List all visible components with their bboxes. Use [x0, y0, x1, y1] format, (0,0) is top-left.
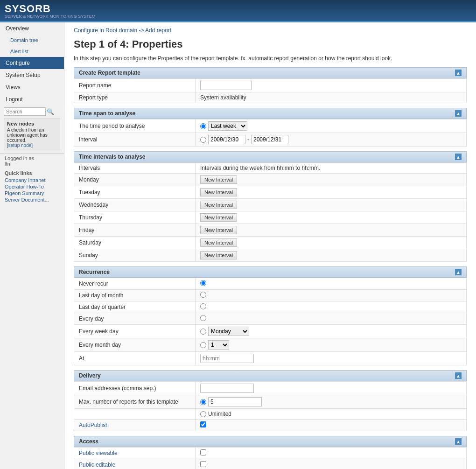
search-button[interactable]: 🔍 — [46, 108, 55, 115]
sidebar: Overview Domain tree Alert list Configur… — [0, 22, 64, 469]
thursday-cell: New Interval — [196, 211, 467, 224]
table-row: Max. number of reports for this template — [74, 395, 467, 409]
max-reports-cell — [196, 395, 467, 409]
every-week-day-radio[interactable] — [200, 329, 206, 335]
interval-cell: - — [196, 133, 467, 147]
date-range: - — [200, 135, 462, 144]
never-recur-radio[interactable] — [200, 280, 206, 286]
unlimited-radio[interactable] — [200, 411, 206, 417]
table-row: Report name — [74, 79, 467, 92]
wednesday-label: Wednesday — [74, 199, 196, 211]
friday-new-interval-button[interactable]: New Interval — [200, 226, 237, 234]
last-day-quarter-cell — [196, 301, 467, 313]
breadcrumb-add-report[interactable]: Add report — [145, 27, 171, 34]
interval-end-input[interactable] — [251, 135, 288, 144]
sunday-label: Sunday — [74, 249, 196, 262]
saturday-new-interval-button[interactable]: New Interval — [200, 238, 237, 247]
section-toggle-delivery[interactable] — [455, 372, 462, 379]
logo-sub: SERVER & NETWORK MONITORING SYSTEM — [5, 14, 95, 19]
public-viewable-link[interactable]: Public viewable — [79, 450, 118, 456]
quick-link-0[interactable]: Company Intranet — [5, 177, 59, 183]
page-title: Step 1 of 4: Properties — [74, 38, 467, 50]
last-day-quarter-label: Last day of quarter — [74, 301, 196, 313]
autopublish-link[interactable]: AutoPublish — [79, 422, 109, 428]
saturday-cell: New Interval — [196, 237, 467, 249]
public-viewable-checkbox[interactable] — [200, 449, 206, 455]
time-period-radio[interactable] — [200, 123, 206, 129]
table-row: At — [74, 352, 467, 365]
last-day-quarter-radio[interactable] — [200, 303, 206, 309]
sunday-new-interval-button[interactable]: New Interval — [200, 251, 237, 259]
intervals-label: Intervals — [74, 163, 196, 174]
table-row: Unlimited — [74, 409, 467, 420]
autopublish-checkbox[interactable] — [200, 421, 206, 427]
table-row: Public viewable — [74, 448, 467, 459]
section-toggle-recurrence[interactable] — [455, 269, 462, 275]
setup-node-link[interactable]: [setup node] — [7, 143, 33, 148]
table-row: Every month day 12345 678910 1112131415 … — [74, 338, 467, 352]
at-label: At — [74, 352, 196, 365]
quick-link-1[interactable]: Operator How-To — [5, 183, 59, 190]
logged-in-section: Logged in as lfn — [0, 153, 64, 168]
table-row: Sunday New Interval — [74, 249, 467, 262]
weekday-select[interactable]: Monday Tuesday Wednesday Thursday Friday… — [208, 327, 249, 336]
table-row: Saturday New Interval — [74, 237, 467, 249]
quick-links-section: Quick links Company Intranet Operator Ho… — [0, 168, 64, 205]
max-reports-input[interactable] — [208, 397, 262, 406]
time-period-select[interactable]: Last week Last month Last year Custom — [208, 121, 247, 131]
saturday-label: Saturday — [74, 237, 196, 249]
quick-link-3[interactable]: Server Document... — [5, 196, 59, 203]
section-title-access: Access — [79, 438, 98, 445]
unlimited-label: Unlimited — [208, 411, 231, 417]
section-toggle-create[interactable] — [455, 70, 462, 76]
at-time-input[interactable] — [200, 354, 254, 363]
sidebar-item-views[interactable]: Views — [0, 81, 64, 93]
wednesday-new-interval-button[interactable]: New Interval — [200, 201, 237, 209]
section-header-intervals: Time intervals to analyse — [74, 151, 467, 162]
month-day-select[interactable]: 12345 678910 1112131415 1617181920 21222… — [208, 340, 229, 350]
access-form-table: Public viewable Public editable — [74, 447, 467, 469]
thursday-new-interval-button[interactable]: New Interval — [200, 213, 237, 222]
table-row: Wednesday New Interval — [74, 199, 467, 211]
sidebar-item-configure[interactable]: Configure — [0, 57, 64, 69]
table-row: Friday New Interval — [74, 224, 467, 237]
section-toggle-access[interactable] — [455, 438, 462, 445]
public-viewable-label: Public viewable — [74, 448, 196, 459]
section-toggle-intervals[interactable] — [455, 154, 462, 160]
max-reports-radio[interactable] — [200, 399, 206, 405]
monday-new-interval-button[interactable]: New Interval — [200, 175, 237, 184]
sidebar-item-domain-tree[interactable]: Domain tree — [0, 35, 64, 46]
every-day-radio[interactable] — [200, 315, 206, 321]
never-recur-cell — [196, 278, 467, 290]
sidebar-item-system-setup[interactable]: System Setup — [0, 69, 64, 81]
table-row: Every week day Monday Tuesday Wednesday … — [74, 325, 467, 338]
search-box: 🔍 — [4, 107, 60, 116]
sidebar-item-overview[interactable]: Overview — [0, 22, 64, 35]
intervals-desc: Intervals during the week from hh:mm to … — [196, 163, 467, 174]
email-input[interactable] — [200, 384, 254, 393]
last-day-month-radio[interactable] — [200, 292, 206, 298]
every-month-day-radio[interactable] — [200, 342, 206, 348]
sidebar-item-logout[interactable]: Logout — [0, 93, 64, 105]
breadcrumb-configure[interactable]: Configure in Root domain — [74, 27, 137, 34]
report-name-label: Report name — [74, 79, 196, 92]
table-row: Monday New Interval — [74, 174, 467, 186]
public-editable-label: Public editable — [74, 459, 196, 469]
quick-link-2[interactable]: Pigeon Summary — [5, 190, 59, 196]
section-header-delivery: Delivery — [74, 370, 467, 381]
public-editable-checkbox[interactable] — [200, 461, 206, 467]
every-month-day-label: Every month day — [74, 338, 196, 352]
tuesday-new-interval-button[interactable]: New Interval — [200, 188, 237, 196]
report-name-input[interactable] — [200, 81, 252, 90]
friday-cell: New Interval — [196, 224, 467, 237]
interval-start-input[interactable] — [208, 135, 245, 144]
email-cell — [196, 382, 467, 395]
section-toggle-timespan[interactable] — [455, 110, 462, 117]
public-editable-link[interactable]: Public editable — [79, 462, 115, 468]
search-input[interactable] — [4, 107, 46, 116]
sidebar-item-alert-list[interactable]: Alert list — [0, 46, 64, 57]
tuesday-label: Tuesday — [74, 186, 196, 199]
sunday-cell: New Interval — [196, 249, 467, 262]
interval-radio[interactable] — [200, 137, 206, 143]
monday-label: Monday — [74, 174, 196, 186]
